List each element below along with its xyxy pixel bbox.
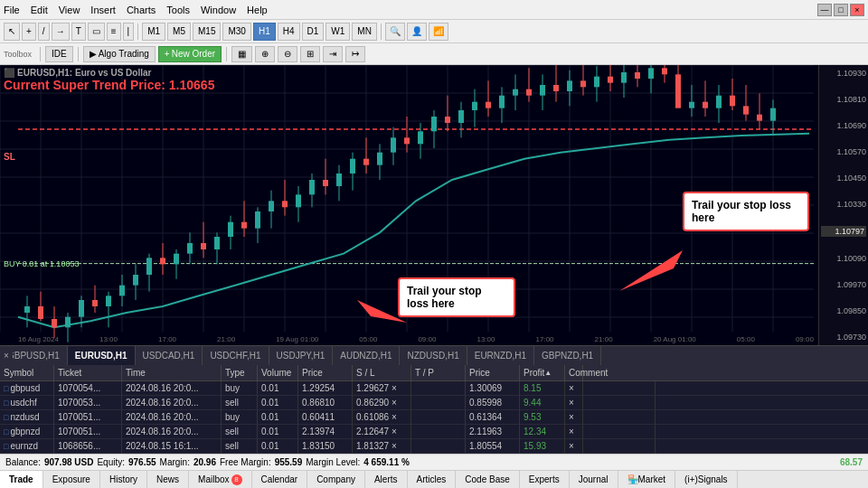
chart-tab-5[interactable]: AUDNZD,H1 [333,346,400,366]
bottom-tab-history[interactable]: History [100,471,147,489]
close-trades-btn[interactable]: × [0,346,13,366]
search-btn[interactable]: 🔍 [385,23,405,41]
bottom-tab-exposure[interactable]: Exposure [43,471,100,489]
row-icon-1: □ [4,399,8,408]
bottom-tab-articles[interactable]: Articles [408,471,457,489]
menu-window[interactable]: Window [201,5,236,15]
line-tool[interactable]: / [38,23,50,41]
tf-w1[interactable]: W1 [326,23,350,41]
text-tool[interactable]: T [71,23,86,41]
profile-btn[interactable]: 👤 [407,23,427,41]
time-11: 20 Aug 01:00 [654,335,696,343]
bottom-tab-company[interactable]: Company [307,471,365,489]
td-4-10[interactable]: × [565,439,583,454]
td-1-11 [583,396,656,410]
arrow-tool[interactable]: → [52,23,70,41]
menu-file[interactable]: File [4,5,20,15]
chart-tab-1[interactable]: EURUSD,H1 [68,346,136,366]
menu-edit[interactable]: Edit [31,5,48,15]
bottom-tab-signals[interactable]: (i+) Signals [675,471,738,489]
auto-scroll-btn[interactable]: ⇥ [323,46,343,62]
td-0-2: 2024.08.16 20:0... [122,381,222,396]
free-margin-label: Free Margin: [220,457,271,467]
chart-tab-2[interactable]: USDCAD,H1 [136,346,203,366]
menu-insert[interactable]: Insert [90,5,116,15]
margin-level-label: Margin Level: [306,457,360,467]
chart-tab-8[interactable]: GBPNZD,H1 [534,346,601,366]
maximize-button[interactable]: □ [834,4,848,16]
zoom-out-btn[interactable]: ⊖ [278,46,297,62]
tf-m30[interactable]: M30 [222,23,250,41]
bottom-tab-mailbox[interactable]: Mailbox8 [189,471,251,489]
table-row-1[interactable]: □usdchf1070053...2024.08.16 20:0...sell0… [0,396,868,410]
close-button[interactable]: × [850,4,864,16]
price-6: 1.10330 [821,200,866,209]
menu-tools[interactable]: Tools [166,5,190,15]
separator [137,23,138,40]
td-1-6: 0.86290 × [353,396,411,410]
chart-tab-6[interactable]: NZDUSD,H1 [400,346,467,366]
td-2-11 [583,410,656,425]
bottom-tab-news[interactable]: News [147,471,189,489]
menu-view[interactable]: View [59,5,80,15]
bottom-tab-code base[interactable]: Code Base [456,471,519,489]
menu-help[interactable]: Help [247,5,268,15]
chart-tab-4[interactable]: USDJPY,H1 [269,346,334,366]
td-1-9: 9.44 [520,396,565,410]
cursor-tool[interactable]: ↖ [4,23,20,41]
new-order-button[interactable]: + New Order [158,46,222,62]
menu-charts[interactable]: Charts [127,5,156,15]
bottom-tab-market[interactable]: 🏪 Market [618,471,676,489]
price-3: 1.10690 [821,121,866,130]
price-2: 1.10810 [821,95,866,104]
th-symbol: Symbol [0,365,54,381]
bottom-tab-journal[interactable]: Journal [570,471,618,489]
fib-tool[interactable]: ≡ [107,23,121,41]
signals-icon: (i+) [684,474,698,484]
chart-tab-3[interactable]: USDCHF,H1 [203,346,269,366]
td-4-7 [411,439,466,454]
tf-h1[interactable]: H1 [253,23,276,41]
bottom-tab-calendar[interactable]: Calendar [252,471,308,489]
td-0-10[interactable]: × [565,381,583,396]
ide-button[interactable]: IDE [45,46,73,62]
tf-m15[interactable]: M15 [193,23,221,41]
tf-m5[interactable]: M5 [167,23,191,41]
tooltip1-arrow [619,250,692,297]
separator2 [381,23,382,40]
bottom-tab-trade[interactable]: Trade [0,471,43,489]
algo-trading-button[interactable]: ▶ Algo Trading [83,46,156,62]
chart-area[interactable]: ⬛ EURUSD,H1: Euro vs US Dollar Current S… [0,65,868,345]
th-ticket: Ticket [54,365,122,381]
zoom-in-btn[interactable]: ⊕ [255,46,275,62]
period-sep-tool[interactable]: | [123,23,135,41]
table-row-0[interactable]: □gbpusd1070054...2024.08.16 20:0...buy0.… [0,381,868,396]
tf-m1[interactable]: M1 [142,23,165,41]
bottom-tab-alerts[interactable]: Alerts [365,471,408,489]
chart-grid-btn[interactable]: ⊞ [300,46,320,62]
chart-bar-btn[interactable]: ▦ [231,46,252,62]
table-row-3[interactable]: □gbpnzd1070051...2024.08.16 20:0...sell0… [0,425,868,439]
signal-btn[interactable]: 📶 [429,23,448,41]
bottom-tab-experts[interactable]: Experts [520,471,570,489]
td-1-10[interactable]: × [565,396,583,410]
equity-label: Equity: [97,457,125,467]
chart-shift-btn[interactable]: ↦ [345,46,365,62]
tf-d1[interactable]: D1 [302,23,325,41]
td-3-11 [583,425,656,439]
buy-label: BUY 0.01 at 1.10053 [4,259,79,268]
tf-mn[interactable]: MN [352,23,377,41]
margin-level-value: 4 659.11 % [363,457,410,467]
tf-h4[interactable]: H4 [278,23,300,41]
rectangle-tool[interactable]: ▭ [88,23,105,41]
table-row-2[interactable]: □nzdusd1070051...2024.08.16 20:0...buy0.… [0,410,868,425]
crosshair-tool[interactable]: + [22,23,36,41]
chart-tab-7[interactable]: EURNZD,H1 [467,346,534,366]
time-5: 19 Aug 01:00 [276,335,318,343]
table-row-4[interactable]: □eurnzd1068656...2024.08.15 16:1...sell0… [0,439,868,454]
balance-label: Balance: [5,457,41,467]
sl-label: SL [4,152,15,162]
td-3-10[interactable]: × [565,425,583,439]
minimize-button[interactable]: — [817,4,832,16]
td-2-10[interactable]: × [565,410,583,425]
